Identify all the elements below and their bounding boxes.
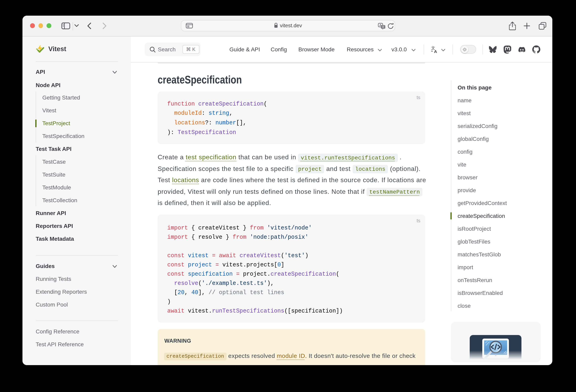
svg-text:A: A bbox=[434, 49, 437, 54]
svg-text:文: 文 bbox=[382, 25, 384, 29]
